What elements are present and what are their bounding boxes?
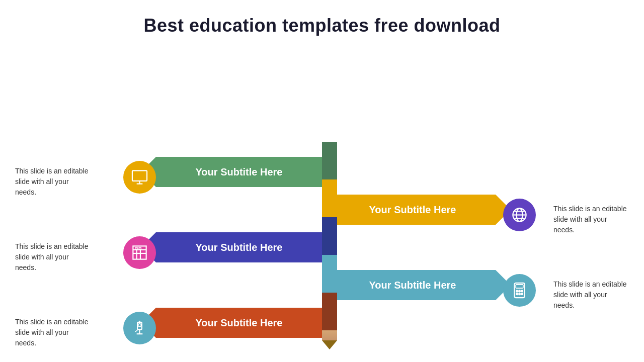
circle-5-microscope: [123, 312, 156, 344]
arrow-4-body: Your Subtitle Here: [330, 270, 496, 300]
pencil-tip: [322, 330, 337, 349]
side-text-3: This slide is an editable slide with all…: [15, 241, 91, 273]
svg-point-19: [521, 291, 523, 292]
page-title: Best education templates free download: [0, 0, 644, 36]
circle-2-globe: [503, 199, 536, 231]
monitor-icon: [131, 168, 148, 186]
arrow-4-label: Your Subtitle Here: [369, 280, 456, 291]
arrow-4: Your Subtitle Here: [330, 270, 496, 300]
svg-rect-16: [516, 285, 523, 288]
svg-rect-13: [135, 247, 137, 249]
microscope-icon: [131, 319, 148, 337]
pencil-segment-yellow: [322, 179, 337, 217]
svg-point-21: [519, 293, 520, 295]
svg-rect-0: [132, 170, 147, 180]
arrow-2-body: Your Subtitle Here: [330, 195, 496, 225]
pencil-segment-green: [322, 142, 337, 179]
arrow-3: Your Subtitle Here: [156, 232, 322, 262]
side-text-5: This slide is an editable slide with all…: [15, 317, 91, 348]
arrow-2: Your Subtitle Here: [330, 195, 496, 225]
pencil-segment-light-blue: [322, 255, 337, 293]
side-text-2: This slide is an editable slide with all…: [553, 204, 629, 235]
svg-point-20: [516, 293, 518, 295]
pencil-segment-brown: [322, 293, 337, 330]
arrow-5: Your Subtitle Here: [156, 308, 322, 338]
pencil-tip-point: [322, 340, 337, 349]
arrow-5-body: Your Subtitle Here: [156, 308, 322, 338]
svg-point-27: [138, 324, 141, 327]
globe-icon: [511, 206, 528, 224]
arrow-1: Your Subtitle Here: [156, 157, 322, 187]
arrow-2-label: Your Subtitle Here: [369, 204, 456, 216]
pencil-bar: [322, 142, 337, 362]
arrow-3-label: Your Subtitle Here: [196, 242, 283, 253]
building-icon: [131, 244, 148, 261]
svg-rect-14: [139, 247, 141, 249]
arrow-1-label: Your Subtitle Here: [196, 166, 283, 178]
svg-line-28: [135, 330, 137, 332]
svg-point-22: [521, 293, 523, 295]
pencil-segment-blue-dark: [322, 217, 337, 255]
arrow-3-body: Your Subtitle Here: [156, 232, 322, 262]
svg-point-18: [519, 291, 520, 292]
circle-1-monitor: [123, 161, 156, 194]
svg-point-17: [516, 291, 518, 292]
circle-4-calculator: [503, 274, 536, 307]
side-text-4: This slide is an editable slide with all…: [553, 279, 629, 311]
circle-3-building: [123, 236, 156, 269]
pencil-tip-body: [322, 330, 337, 340]
diagram-container: Your Subtitle Here Your Subtitle Here Yo…: [0, 41, 644, 353]
side-text-1: This slide is an editable slide with all…: [15, 166, 91, 198]
arrow-5-label: Your Subtitle Here: [196, 317, 283, 329]
calculator-icon: [511, 282, 528, 299]
arrow-1-body: Your Subtitle Here: [156, 157, 322, 187]
